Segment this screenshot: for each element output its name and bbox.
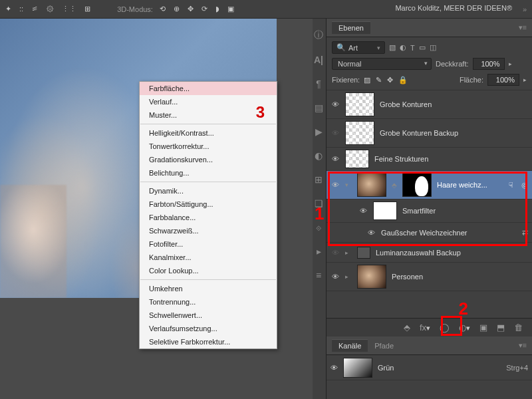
chevron-down-icon[interactable]: ▸ — [523, 76, 527, 83]
layer-name[interactable]: Grobe Konturen — [380, 100, 528, 108]
tool-icon[interactable]: ⋮⋮ — [62, 5, 76, 13]
menu-item-solid-color[interactable]: Farbfläche... — [140, 82, 277, 95]
visibility-toggle-icon[interactable]: 👁 — [331, 155, 340, 163]
menu-item-vibrance[interactable]: Dynamik... — [140, 184, 277, 198]
filter-row[interactable]: 👁 Gaußscher Weichzeichner ⇄ — [327, 223, 532, 243]
filter-smart-icon[interactable]: ◫ — [430, 43, 436, 52]
menu-item-posterize[interactable]: Tontrennung... — [140, 295, 277, 309]
layer-thumbnail[interactable] — [357, 265, 386, 289]
menu-item-hue[interactable]: Farbton/Sättigung... — [140, 198, 277, 211]
visibility-toggle-icon[interactable]: 👁 — [331, 181, 340, 189]
info-icon[interactable]: ⓘ — [314, 29, 323, 41]
navigator-icon[interactable]: ▶ — [315, 126, 323, 137]
disclosure-icon[interactable]: ▸ — [345, 273, 352, 280]
layer-name[interactable]: Feine Strukturen — [374, 155, 528, 163]
channel-thumbnail[interactable] — [343, 358, 372, 378]
visibility-toggle-icon[interactable]: 👁 — [366, 229, 376, 237]
menu-item-channel-mixer[interactable]: Kanalmixer... — [140, 251, 277, 264]
filter-shape-icon[interactable]: ▭ — [419, 43, 426, 52]
lock-position-icon[interactable]: ✥ — [387, 76, 393, 84]
layer-effects-icon[interactable]: fx▾ — [420, 323, 430, 332]
paragraph-icon[interactable]: ¶ — [316, 78, 321, 89]
delete-layer-icon[interactable]: 🗑 — [514, 323, 523, 332]
disclosure-icon[interactable]: ▸ — [345, 249, 352, 256]
lock-transparency-icon[interactable]: ▨ — [364, 76, 370, 84]
adjustments-icon[interactable]: ⊞ — [315, 174, 323, 185]
menu-item-invert[interactable]: Umkehren — [140, 282, 277, 295]
layer-filter-type[interactable]: 🔍 Art ▾ — [332, 41, 385, 54]
layer-row[interactable]: 👁 Grobe Konturen Backup — [327, 119, 532, 148]
camera-icon[interactable]: ▣ — [227, 5, 234, 13]
tab-paths[interactable]: Pfade — [368, 340, 400, 352]
layer-row[interactable]: 👁 ▸ Personen — [327, 263, 532, 291]
tool-icon[interactable]: ✦ — [5, 5, 11, 13]
link-layers-icon[interactable]: ⬘ — [404, 323, 410, 332]
light-icon[interactable]: ◗ — [215, 5, 219, 13]
blend-mode-select[interactable]: Normal — [332, 58, 432, 70]
fill-input[interactable]: 100% — [487, 74, 519, 86]
new-group-icon[interactable]: ▣ — [479, 323, 487, 332]
menu-item-photo-filter[interactable]: Fotofilter... — [140, 237, 277, 251]
menu-item-balance[interactable]: Farbbalance... — [140, 211, 277, 224]
menu-item-gradient-map[interactable]: Verlaufsumsetzung... — [140, 322, 277, 335]
properties-icon[interactable]: ≡ — [316, 270, 321, 281]
menu-item-threshold[interactable]: Schwellenwert... — [140, 309, 277, 322]
opacity-input[interactable]: 100% — [473, 58, 505, 70]
filter-mask-thumbnail[interactable] — [373, 201, 397, 220]
pan-icon[interactable]: ✥ — [188, 5, 194, 13]
swatches-icon[interactable]: ▤ — [315, 102, 323, 113]
layer-name[interactable]: Personen — [392, 273, 528, 281]
layer-name[interactable]: Luminanzauswahl Backup — [376, 249, 528, 257]
channel-row[interactable]: 👁 Grün Strg+4 — [327, 355, 532, 380]
layer-thumbnail[interactable] — [357, 173, 386, 197]
filter-adjustment-icon[interactable]: ◐ — [400, 43, 406, 52]
filter-name[interactable]: Gaußscher Weichzeichner — [381, 229, 517, 237]
tool-icon[interactable]: ⊞ — [84, 5, 90, 13]
flyout-menu-icon[interactable]: » — [523, 5, 527, 13]
menu-item-bw[interactable]: Schwarzweiß... — [140, 224, 277, 237]
mask-thumbnail[interactable] — [402, 173, 432, 197]
menu-item-curves[interactable]: Gradationskurven... — [140, 153, 277, 166]
menu-item-brightness[interactable]: Helligkeit/Kontrast... — [140, 126, 277, 140]
orbit-icon[interactable]: ⟳ — [201, 5, 207, 13]
layer-row[interactable]: 👁 Grobe Konturen — [327, 90, 532, 119]
disclosure-icon[interactable]: ▾ — [345, 182, 352, 188]
panel-menu-icon[interactable]: ▾≡ — [519, 341, 527, 350]
new-layer-icon[interactable]: ⬒ — [497, 323, 505, 332]
lock-all-icon[interactable]: 🔒 — [398, 76, 408, 84]
lock-pixels-icon[interactable]: ✎ — [376, 76, 382, 84]
menu-item-exposure[interactable]: Belichtung... — [140, 166, 277, 180]
tool-icon[interactable]: ꠵ — [31, 5, 39, 13]
visibility-toggle-icon[interactable]: 👁 — [358, 207, 368, 215]
color-icon[interactable]: ◐ — [315, 150, 323, 161]
layer-name[interactable]: Haare weichz... — [437, 181, 503, 189]
menu-item-selective-color[interactable]: Selektive Farbkorrektur... — [140, 335, 277, 348]
character-icon[interactable]: A| — [314, 55, 323, 65]
menu-item-color-lookup[interactable]: Color Lookup... — [140, 264, 277, 277]
layer-name[interactable]: Grobe Konturen Backup — [380, 129, 528, 137]
tool-icon[interactable]: :: — [19, 5, 23, 13]
layer-thumbnail[interactable] — [345, 121, 374, 145]
link-mask-icon[interactable]: ⬘ — [392, 182, 397, 189]
visibility-toggle-icon[interactable]: 👁 — [331, 273, 340, 281]
layer-thumbnail[interactable] — [345, 150, 369, 168]
tab-layers[interactable]: Ebenen — [332, 21, 370, 34]
visibility-toggle-icon[interactable]: 👁 — [331, 100, 340, 108]
visibility-toggle-icon[interactable]: 👁 — [331, 364, 338, 372]
tab-channels[interactable]: Kanäle — [332, 339, 368, 352]
layer-row[interactable]: 👁 Feine Strukturen — [327, 148, 532, 171]
visibility-toggle-icon[interactable]: 👁 — [331, 249, 340, 257]
filter-pixel-icon[interactable]: ▧ — [389, 43, 396, 52]
smart-filters-row[interactable]: 👁 Smartfilter — [327, 200, 532, 223]
tool-icon[interactable]: ۞ — [47, 5, 54, 13]
channel-name[interactable]: Grün — [378, 364, 501, 372]
filter-type-icon[interactable]: T — [410, 44, 415, 52]
orbit-icon[interactable]: ⟲ — [160, 5, 166, 13]
orbit-icon[interactable]: ⊕ — [174, 5, 180, 13]
visibility-toggle-icon[interactable]: 👁 — [331, 129, 340, 137]
filter-blending-icon[interactable]: ⇄ — [522, 228, 528, 237]
panel-menu-icon[interactable]: ▾≡ — [519, 23, 527, 32]
layer-row-selected[interactable]: 👁 ▾ ⬘ Haare weichz... ☟ ◎ — [327, 171, 532, 200]
layer-thumbnail[interactable] — [345, 92, 374, 116]
chevron-down-icon[interactable]: ▸ — [509, 61, 512, 67]
